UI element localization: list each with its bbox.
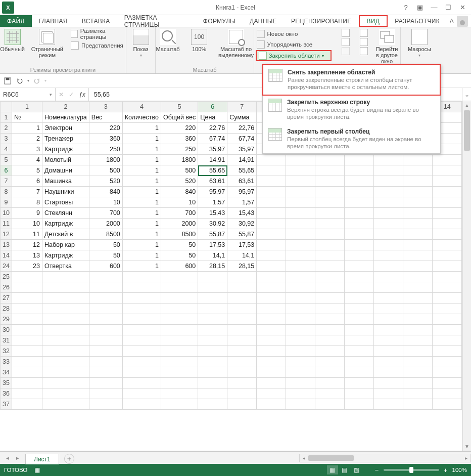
cell[interactable] <box>89 378 122 388</box>
cell[interactable]: 500 <box>89 165 122 176</box>
cell[interactable] <box>161 314 198 325</box>
cell[interactable]: Картридж <box>42 219 89 229</box>
cell[interactable] <box>161 272 198 282</box>
cell[interactable] <box>122 388 161 399</box>
cell[interactable] <box>89 335 122 346</box>
show-button[interactable]: Показ ▾ <box>129 29 153 58</box>
cell[interactable] <box>315 197 345 208</box>
cell[interactable] <box>433 261 462 272</box>
cell[interactable] <box>286 165 315 176</box>
cell[interactable]: 15,43 <box>227 208 257 219</box>
row-header[interactable]: 29 <box>1 314 12 325</box>
cell[interactable] <box>315 388 345 399</box>
cell[interactable] <box>345 250 374 261</box>
tab-review[interactable]: РЕЦЕНЗИРОВАНИЕ <box>284 15 359 27</box>
cell[interactable] <box>433 250 462 261</box>
cell[interactable] <box>286 261 315 272</box>
cell[interactable] <box>122 272 161 282</box>
maximize-button[interactable]: ☐ <box>442 2 455 13</box>
cell[interactable]: 9 <box>12 208 42 219</box>
cell[interactable] <box>433 388 462 399</box>
vertical-scroll-thumb[interactable] <box>464 110 470 151</box>
view-sidebyside-button[interactable] <box>360 29 368 37</box>
cell[interactable]: 700 <box>89 208 122 219</box>
cell[interactable]: 63,61 <box>227 176 257 187</box>
cell[interactable] <box>257 378 286 388</box>
cell[interactable] <box>315 229 345 240</box>
cell[interactable] <box>12 314 42 325</box>
cell[interactable] <box>315 176 345 187</box>
cell[interactable]: 13 <box>12 250 42 261</box>
cell[interactable] <box>403 357 433 367</box>
cell[interactable] <box>198 282 227 293</box>
cell[interactable]: 1 <box>122 229 161 240</box>
switch-windows-button[interactable]: Перейти в другое окно ▾ <box>375 29 399 70</box>
row-header[interactable]: 27 <box>1 293 12 304</box>
cell[interactable] <box>374 293 403 304</box>
undo-dropdown-icon[interactable]: ▾ <box>27 78 29 83</box>
cell[interactable] <box>374 325 403 335</box>
cell[interactable] <box>433 378 462 388</box>
cell[interactable] <box>227 367 257 378</box>
cell[interactable] <box>257 399 286 410</box>
cell[interactable] <box>403 176 433 187</box>
cell[interactable] <box>433 293 462 304</box>
cell[interactable] <box>374 229 403 240</box>
cell[interactable] <box>122 378 161 388</box>
cell[interactable] <box>315 250 345 261</box>
cell[interactable] <box>315 261 345 272</box>
cell[interactable] <box>315 357 345 367</box>
cancel-formula-button[interactable]: ✕ <box>59 91 64 98</box>
status-view-pagelayout-button[interactable]: ▤ <box>339 465 350 474</box>
cell[interactable]: 360 <box>161 134 198 144</box>
cell[interactable]: 1,57 <box>198 197 227 208</box>
cell[interactable] <box>89 367 122 378</box>
cell[interactable] <box>345 165 374 176</box>
row-header[interactable]: 10 <box>1 208 12 219</box>
cell[interactable] <box>374 399 403 410</box>
row-header[interactable]: 31 <box>1 335 12 346</box>
cell[interactable] <box>161 293 198 304</box>
cell[interactable] <box>122 399 161 410</box>
zoom-100-button[interactable]: 100% <box>187 29 211 52</box>
cell[interactable]: 1 <box>122 165 161 176</box>
cell[interactable] <box>345 261 374 272</box>
tab-data[interactable]: ДАННЫЕ <box>243 15 284 27</box>
cell[interactable]: 17,53 <box>198 240 227 250</box>
cell[interactable]: Электрон <box>42 123 89 134</box>
cell[interactable] <box>374 346 403 357</box>
cell[interactable] <box>345 367 374 378</box>
cell[interactable]: 1 <box>122 240 161 250</box>
cell[interactable]: 10 <box>89 197 122 208</box>
scroll-left-button[interactable]: ◂ <box>300 454 308 462</box>
cell[interactable]: 8500 <box>89 229 122 240</box>
cell[interactable] <box>315 346 345 357</box>
cell[interactable]: 50 <box>161 250 198 261</box>
scroll-right-button[interactable]: ▸ <box>462 454 470 462</box>
cell[interactable] <box>42 399 89 410</box>
cell[interactable] <box>257 197 286 208</box>
cell[interactable] <box>198 388 227 399</box>
cell[interactable] <box>42 293 89 304</box>
cell[interactable]: 600 <box>161 261 198 272</box>
cell[interactable] <box>286 367 315 378</box>
cell[interactable] <box>42 357 89 367</box>
cell[interactable]: 500 <box>161 165 198 176</box>
cell[interactable] <box>286 335 315 346</box>
cell[interactable]: Цена <box>198 112 227 123</box>
new-window-button[interactable]: Новое окно <box>256 29 332 39</box>
cell[interactable] <box>257 325 286 335</box>
insert-function-button[interactable]: ƒx <box>79 91 85 98</box>
cell[interactable]: Домашни <box>42 165 89 176</box>
row-header[interactable]: 32 <box>1 346 12 357</box>
cell[interactable] <box>12 304 42 314</box>
cell[interactable]: № <box>12 112 42 123</box>
cell[interactable] <box>374 176 403 187</box>
cell[interactable] <box>89 399 122 410</box>
cell[interactable] <box>227 378 257 388</box>
row-header[interactable]: 6 <box>1 165 12 176</box>
cell[interactable] <box>403 155 433 165</box>
cell[interactable]: 5 <box>12 165 42 176</box>
cell[interactable] <box>403 282 433 293</box>
cell[interactable]: 2000 <box>89 219 122 229</box>
